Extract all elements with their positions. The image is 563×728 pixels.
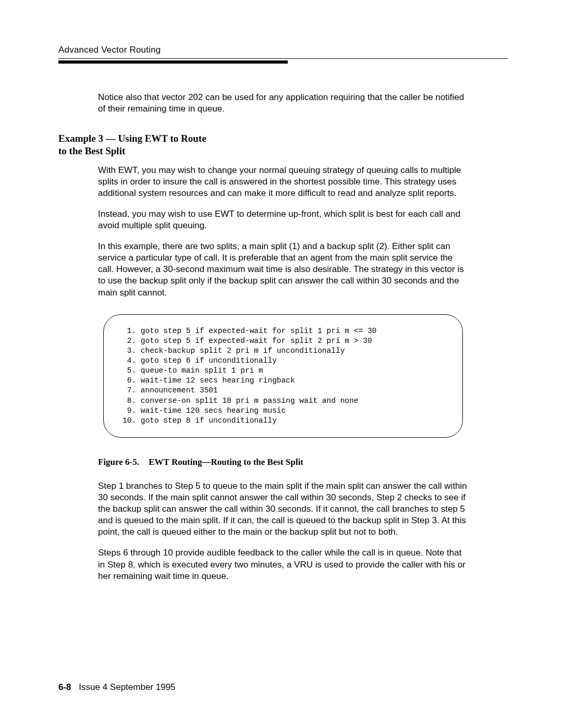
intro-paragraph: Notice also that vector 202 can be used … — [98, 92, 468, 115]
paragraph-2: Instead, you may wish to use EWT to dete… — [98, 208, 468, 231]
vector-code-frame: 1. goto step 5 if expected-wait for spli… — [103, 314, 463, 438]
page: Advanced Vector Routing Notice also that… — [0, 0, 563, 728]
header-rule-thick — [58, 60, 288, 64]
vector-code: 1. goto step 5 if expected-wait for spli… — [123, 326, 448, 426]
header-rule-thin — [58, 58, 508, 59]
issue-text: Issue 4 September 1995 — [79, 682, 175, 692]
example-3-heading: Example 3 — Using EWT to Route to the Be… — [58, 132, 215, 157]
paragraph-3: In this example, there are two splits, a… — [98, 241, 468, 298]
figure-title: EWT Routing—Routing to the Best Split — [149, 457, 303, 467]
figure-label: Figure 6-5. — [98, 457, 139, 467]
running-header: Advanced Vector Routing — [58, 45, 508, 55]
paragraph-4: Step 1 branches to Step 5 to queue to th… — [98, 480, 468, 538]
page-footer: 6-8 Issue 4 September 1995 — [58, 682, 176, 693]
page-number: 6-8 — [58, 682, 71, 692]
paragraph-5: Steps 6 through 10 provide audible feedb… — [98, 547, 468, 582]
figure-caption: Figure 6-5. EWT Routing—Routing to the B… — [98, 456, 468, 468]
paragraph-1: With EWT, you may wish to change your no… — [98, 165, 468, 199]
